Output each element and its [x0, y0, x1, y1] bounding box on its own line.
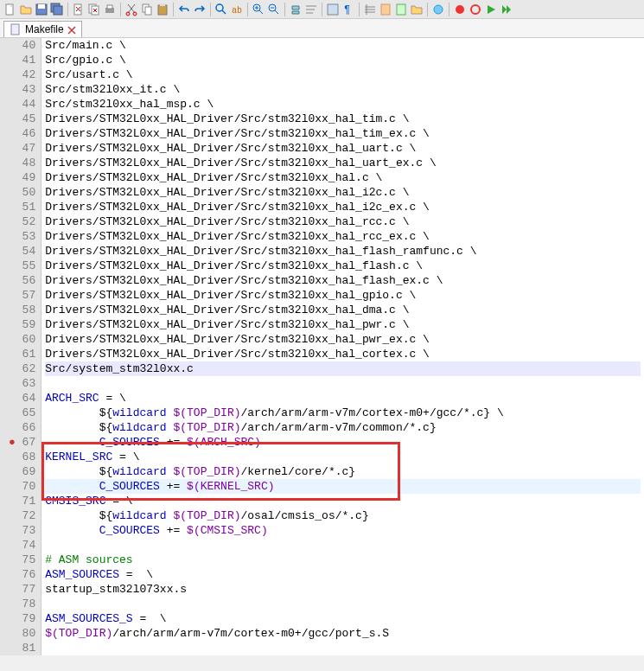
line-number: 51: [9, 200, 35, 214]
paste-icon[interactable]: [156, 3, 169, 16]
record-icon[interactable]: [453, 3, 467, 16]
code-line[interactable]: Drivers/STM32L0xx_HAL_Driver/Src/stm32l0…: [45, 170, 641, 185]
code-line[interactable]: ${wildcard $(TOP_DIR)/kernel/core/*.c}: [45, 464, 641, 479]
code-line[interactable]: Src/stm32l0xx_hal_msp.c \: [45, 97, 641, 112]
code-line[interactable]: $(TOP_DIR)/arch/arm/arm-v7m/cortex-m0+/g…: [45, 626, 641, 641]
find-icon[interactable]: [214, 3, 228, 16]
toolbar: ab ¶: [0, 0, 644, 19]
cut-icon[interactable]: [124, 3, 138, 16]
undo-icon[interactable]: [177, 3, 191, 16]
stop-record-icon[interactable]: [469, 3, 482, 16]
sync-icon[interactable]: [289, 3, 303, 16]
code-line[interactable]: ASM_SOURCES = \: [45, 567, 641, 582]
svg-point-24: [434, 5, 443, 14]
svg-rect-27: [11, 24, 19, 35]
code-line[interactable]: C_SOURCES += $(ARCH_SRC): [45, 435, 641, 450]
line-number: 43: [9, 82, 35, 97]
code-line[interactable]: Drivers/STM32L0xx_HAL_Driver/Src/stm32l0…: [45, 126, 641, 141]
line-number: 79: [9, 611, 35, 626]
code-line[interactable]: Drivers/STM32L0xx_HAL_Driver/Src/stm32l0…: [45, 259, 641, 273]
tab-close-icon[interactable]: [67, 25, 76, 34]
svg-rect-15: [160, 3, 165, 6]
code-line[interactable]: ASM_SOURCES_S = \: [45, 611, 641, 626]
monitor-icon[interactable]: [431, 3, 445, 16]
code-line[interactable]: Drivers/STM32L0xx_HAL_Driver/Src/stm32l0…: [45, 141, 641, 156]
code-line[interactable]: Drivers/STM32L0xx_HAL_Driver/Src/stm32l0…: [45, 332, 641, 347]
close-icon[interactable]: [72, 3, 86, 16]
code-line[interactable]: Drivers/STM32L0xx_HAL_Driver/Src/stm32l0…: [45, 229, 641, 244]
separator: [173, 3, 174, 16]
line-number: 64: [9, 391, 35, 406]
code-line[interactable]: Drivers/STM32L0xx_HAL_Driver/Src/stm32l0…: [45, 156, 641, 170]
paragraph-icon[interactable]: ¶: [341, 3, 355, 16]
code-line[interactable]: CMSIS_SRC = \: [45, 494, 641, 508]
line-number: 47: [9, 141, 35, 156]
separator: [284, 3, 285, 16]
svg-rect-4: [54, 6, 62, 15]
folder-icon[interactable]: [410, 3, 424, 16]
code-line[interactable]: ${wildcard $(TOP_DIR)/arch/arm/arm-v7m/c…: [45, 420, 641, 435]
line-number: 40: [9, 38, 35, 53]
wrap-icon[interactable]: [304, 3, 318, 16]
code-line[interactable]: Drivers/STM32L0xx_HAL_Driver/Src/stm32l0…: [45, 185, 641, 200]
zoom-out-icon[interactable]: [267, 3, 281, 16]
replace-icon[interactable]: ab: [230, 3, 244, 16]
play-icon[interactable]: [484, 3, 498, 16]
code-line[interactable]: Drivers/STM32L0xx_HAL_Driver/Src/stm32l0…: [45, 303, 641, 317]
save-all-icon[interactable]: [50, 3, 64, 16]
code-line[interactable]: C_SOURCES += $(CMSIS_SRC): [45, 523, 641, 538]
code-line[interactable]: Drivers/STM32L0xx_HAL_Driver/Src/stm32l0…: [45, 288, 641, 303]
code-line[interactable]: C_SOURCES += $(KERNEL_SRC): [45, 479, 641, 494]
code-line[interactable]: [45, 538, 641, 553]
code-line[interactable]: Drivers/STM32L0xx_HAL_Driver/Src/stm32l0…: [45, 214, 641, 229]
separator: [449, 3, 450, 16]
code-line[interactable]: ${wildcard $(TOP_DIR)/osal/cmsis_os/*.c}: [45, 508, 641, 523]
line-number: 72: [9, 508, 35, 523]
function-list-icon[interactable]: [394, 3, 408, 16]
open-file-icon[interactable]: [19, 3, 33, 16]
code-line[interactable]: Drivers/STM32L0xx_HAL_Driver/Src/stm32l0…: [45, 273, 641, 288]
code-line[interactable]: [45, 597, 641, 611]
line-number: 50: [9, 185, 35, 200]
code-line[interactable]: Src/gpio.c \: [45, 53, 641, 67]
code-line[interactable]: [45, 641, 641, 655]
code-line[interactable]: # ASM sources: [45, 553, 641, 567]
code-content[interactable]: Src/main.c \Src/gpio.c \Src/usart.c \Src…: [41, 38, 644, 655]
whitespace-icon[interactable]: [326, 3, 340, 16]
new-file-icon[interactable]: [3, 3, 17, 16]
code-line[interactable]: Drivers/STM32L0xx_HAL_Driver/Src/stm32l0…: [45, 317, 641, 332]
code-line[interactable]: KERNEL_SRC = \: [45, 450, 641, 464]
code-line[interactable]: Src/usart.c \: [45, 67, 641, 82]
print-icon[interactable]: [103, 3, 117, 16]
tab-makefile[interactable]: Makefile: [3, 21, 82, 37]
code-line[interactable]: Src/main.c \: [45, 38, 641, 53]
code-line[interactable]: ${wildcard $(TOP_DIR)/arch/arm/arm-v7m/c…: [45, 406, 641, 420]
code-line[interactable]: Src/stm32l0xx_it.c \: [45, 82, 641, 97]
doc-map-icon[interactable]: [379, 3, 392, 16]
editor-area[interactable]: 4041424344454647484950515253545556575859…: [0, 38, 644, 655]
code-line[interactable]: [45, 376, 641, 391]
code-line[interactable]: Drivers/STM32L0xx_HAL_Driver/Src/stm32l0…: [45, 200, 641, 214]
line-number: 49: [9, 170, 35, 185]
fast-forward-icon[interactable]: [500, 3, 513, 16]
svg-rect-13: [145, 7, 151, 15]
copy-icon[interactable]: [140, 3, 154, 16]
code-line[interactable]: startup_stm32l073xx.s: [45, 582, 641, 597]
line-number: 62: [9, 361, 35, 376]
code-line[interactable]: Src/system_stm32l0xx.c: [45, 361, 641, 376]
save-icon[interactable]: [35, 3, 48, 16]
redo-icon[interactable]: [193, 3, 207, 16]
line-number: 48: [9, 156, 35, 170]
line-number: 44: [9, 97, 35, 112]
line-number: 56: [9, 273, 35, 288]
close-all-icon[interactable]: [87, 3, 101, 16]
code-line[interactable]: Drivers/STM32L0xx_HAL_Driver/Src/stm32l0…: [45, 347, 641, 361]
line-number: 73: [9, 523, 35, 538]
zoom-in-icon[interactable]: [252, 3, 265, 16]
code-line[interactable]: ARCH_SRC = \: [45, 391, 641, 406]
code-line[interactable]: Drivers/STM32L0xx_HAL_Driver/Src/stm32l0…: [45, 244, 641, 259]
code-line[interactable]: Drivers/STM32L0xx_HAL_Driver/Src/stm32l0…: [45, 112, 641, 126]
line-number: 55: [9, 259, 35, 273]
indent-guide-icon[interactable]: [363, 3, 377, 16]
line-number-gutter: 4041424344454647484950515253545556575859…: [0, 38, 41, 655]
